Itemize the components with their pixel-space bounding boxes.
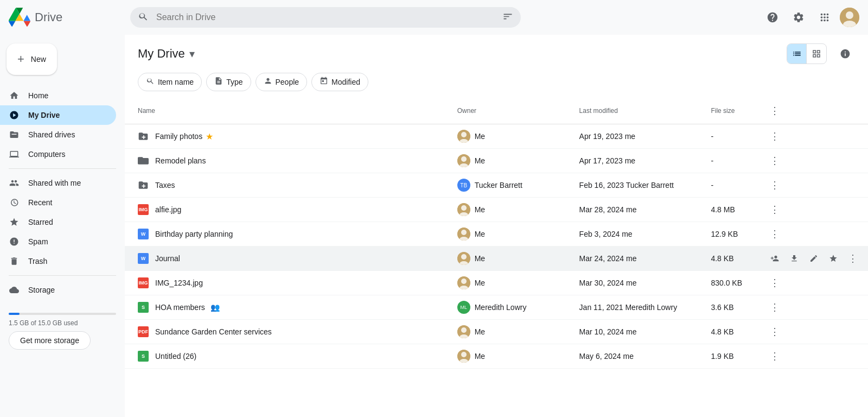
file-type-icon: S xyxy=(138,351,149,362)
sidebar-item-shared-drives[interactable]: Shared drives xyxy=(0,125,116,144)
file-name: Journal xyxy=(155,254,180,263)
settings-button[interactable] xyxy=(788,7,809,28)
filter-type[interactable]: Type xyxy=(206,73,251,91)
file-name: Sundance Garden Center services xyxy=(155,327,272,336)
apps-button[interactable] xyxy=(814,7,835,28)
modified-cell: Mar 10, 2024 me xyxy=(573,320,705,344)
table-row[interactable]: Taxes TB Tucker Barrett Feb 16, 2023 Tuc… xyxy=(125,173,868,198)
filesize-cell: 830.0 KB xyxy=(704,271,760,295)
file-table: Name Owner Last modified File size ⋮ Fam… xyxy=(125,98,868,369)
file-row-name: S HOA members👥 xyxy=(138,302,444,313)
star-button[interactable] xyxy=(825,250,842,267)
filter-search-icon xyxy=(146,77,155,87)
owner-cell: Me xyxy=(457,203,566,216)
sidebar-item-shared-with-me[interactable]: Shared with me xyxy=(0,173,116,193)
col-name: Name xyxy=(125,98,451,124)
owner-name: Me xyxy=(475,205,485,214)
title-dropdown-icon[interactable]: ▾ xyxy=(189,47,195,60)
modified-cell: Jan 11, 2021 Meredith Lowry xyxy=(573,295,705,320)
table-row[interactable]: W Birthday party planning Me Feb 3, 2024… xyxy=(125,222,868,247)
get-more-storage-button[interactable]: Get more storage xyxy=(9,331,91,350)
modified-cell: Feb 3, 2024 me xyxy=(573,222,705,247)
file-type-icon xyxy=(138,180,149,191)
modified-cell: Apr 19, 2023 me xyxy=(573,124,705,149)
new-button-label: New xyxy=(31,55,46,64)
row-more-button[interactable]: ⋮ xyxy=(766,201,783,218)
search-input[interactable] xyxy=(130,7,521,28)
grid-view-button[interactable] xyxy=(807,44,826,64)
row-more-button[interactable]: ⋮ xyxy=(766,152,783,169)
table-header: Name Owner Last modified File size ⋮ xyxy=(125,98,868,124)
list-view-toggle xyxy=(787,43,827,64)
add-person-button[interactable] xyxy=(766,250,783,267)
actions-cell: ⋮ xyxy=(760,149,868,173)
filesize-cell: 4.8 KB xyxy=(704,320,760,344)
row-more-button[interactable]: ⋮ xyxy=(766,128,783,145)
file-name: Family photos★ xyxy=(155,131,213,142)
sidebar-item-trash[interactable]: Trash xyxy=(0,251,116,271)
table-row[interactable]: IMG alfie.jpg Me Mar 28, 2024 me 4.8 MB … xyxy=(125,198,868,222)
table-more-button[interactable]: ⋮ xyxy=(766,102,783,119)
table-row[interactable]: Remodel plans Me Apr 17, 2023 me - ⋮ xyxy=(125,149,868,173)
info-button[interactable] xyxy=(835,44,855,64)
star-icon: ★ xyxy=(206,131,213,142)
file-type-icon: S xyxy=(138,302,149,313)
row-more-button[interactable]: ⋮ xyxy=(766,176,783,194)
shared-icon: 👥 xyxy=(210,303,220,312)
sidebar-item-starred[interactable]: Starred xyxy=(0,212,116,232)
header: Drive xyxy=(0,0,868,35)
table-row[interactable]: PDF Sundance Garden Center services Me M… xyxy=(125,320,868,344)
row-more-button[interactable]: ⋮ xyxy=(766,274,783,292)
owner-name: Me xyxy=(475,132,485,141)
row-more-button[interactable]: ⋮ xyxy=(844,250,861,267)
sidebar-item-computers[interactable]: Computers xyxy=(0,144,116,164)
file-row-name: S Untitled (26) xyxy=(138,351,444,362)
row-more-button[interactable]: ⋮ xyxy=(766,348,783,365)
help-button[interactable] xyxy=(762,7,783,28)
sidebar-item-recent[interactable]: Recent xyxy=(0,193,116,212)
owner-name: Me xyxy=(475,352,485,361)
table-row[interactable]: IMG IMG_1234.jpg Me Mar 30, 2024 me 830.… xyxy=(125,271,868,295)
sidebar-item-my-drive[interactable]: My Drive xyxy=(0,105,116,125)
sidebar-item-my-drive-label: My Drive xyxy=(28,111,60,119)
storage-icon xyxy=(9,285,20,295)
actions-cell: ⋮ xyxy=(760,124,868,149)
filesize-cell: - xyxy=(704,173,760,198)
table-row[interactable]: S Untitled (26) Me May 6, 2024 me 1.9 KB… xyxy=(125,344,868,369)
file-name: HOA members👥 xyxy=(155,303,220,312)
svg-point-10 xyxy=(461,205,467,211)
table-row[interactable]: S HOA members👥 ML Meredith Lowry Jan 11,… xyxy=(125,295,868,320)
filter-people[interactable]: People xyxy=(256,73,308,91)
file-type-icon: PDF xyxy=(138,326,149,337)
owner-name: Me xyxy=(475,279,485,287)
file-type-icon: W xyxy=(138,253,149,264)
edit-button[interactable] xyxy=(805,250,822,267)
storage-bar-fill xyxy=(9,313,20,315)
file-name: Remodel plans xyxy=(155,156,206,165)
sidebar-item-storage[interactable]: Storage xyxy=(0,280,116,300)
filter-modified[interactable]: Modified xyxy=(311,73,368,91)
sidebar-item-spam[interactable]: Spam xyxy=(0,232,116,251)
list-view-button[interactable] xyxy=(787,44,807,64)
file-name: alfie.jpg xyxy=(155,205,181,214)
actions-cell: ⋮ xyxy=(760,344,868,369)
row-more-button[interactable]: ⋮ xyxy=(766,225,783,243)
filter-item-name[interactable]: Item name xyxy=(138,73,202,91)
user-avatar[interactable] xyxy=(840,8,859,27)
sidebar-item-home[interactable]: Home xyxy=(0,86,116,105)
new-button[interactable]: + New xyxy=(7,43,57,75)
table-row[interactable]: W Journal Me Mar 24, 2024 me 4.8 KB xyxy=(125,247,868,271)
download-button[interactable] xyxy=(786,250,803,267)
table-row[interactable]: Family photos★ Me Apr 19, 2023 me - ⋮ xyxy=(125,124,868,149)
main-area: + New Home My Drive xyxy=(0,35,868,417)
storage-usage-text: 1.5 GB of 15.0 GB used xyxy=(9,319,116,327)
filesize-cell: 1.9 KB xyxy=(704,344,760,369)
row-more-button[interactable]: ⋮ xyxy=(766,299,783,316)
my-drive-icon xyxy=(9,110,20,121)
svg-point-19 xyxy=(461,279,467,284)
search-filter-icon[interactable] xyxy=(502,11,513,24)
owner-name: Me xyxy=(475,254,485,263)
row-more-button[interactable]: ⋮ xyxy=(766,323,783,340)
shared-drives-icon xyxy=(9,129,20,140)
modified-cell: Feb 16, 2023 Tucker Barrett xyxy=(573,173,705,198)
